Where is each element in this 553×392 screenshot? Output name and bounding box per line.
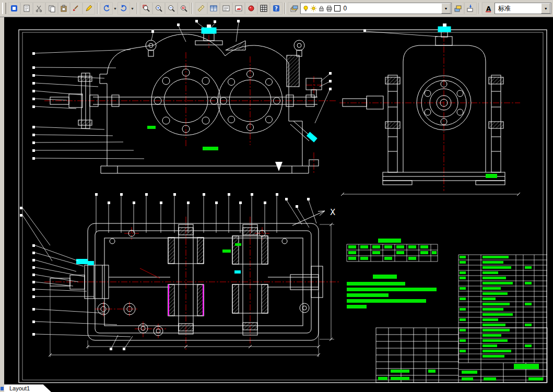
brush-icon[interactable] (70, 2, 83, 15)
table-icon[interactable] (207, 2, 220, 15)
toolbar-separator (137, 3, 138, 14)
cad-application-window: ▼ ▼ ? (0, 0, 553, 392)
tab-layout1[interactable]: Layout1 (4, 385, 30, 391)
drawing-canvas[interactable]: X (0, 17, 553, 392)
layer-combo[interactable]: 0 ▼ (300, 3, 452, 14)
measure-icon[interactable] (195, 2, 207, 15)
pencil-icon[interactable] (83, 2, 95, 15)
lock-icon[interactable] (317, 4, 325, 13)
layer-states-icon[interactable] (464, 2, 477, 15)
side-view-leader-marker (363, 29, 366, 32)
zoom-out-icon[interactable] (165, 2, 178, 15)
layers-icon[interactable] (288, 2, 300, 15)
render-icon[interactable] (245, 2, 257, 15)
bulb-icon[interactable] (302, 4, 310, 13)
image-icon[interactable] (232, 2, 245, 15)
toolbar-separator (479, 3, 480, 14)
style-combo[interactable]: 标准 ▼ (495, 3, 551, 14)
layer-color-chip[interactable] (334, 5, 340, 11)
help-icon[interactable]: ? (270, 2, 283, 15)
open-icon[interactable] (20, 2, 33, 15)
paste-icon[interactable] (58, 2, 70, 15)
side-view-highlights (486, 174, 497, 178)
redo-dropdown-icon[interactable]: ▼ (130, 7, 135, 10)
ucs-corner-icon (1, 387, 4, 390)
copy-icon[interactable] (45, 2, 58, 15)
left-gutter (0, 17, 4, 392)
printer-icon[interactable] (325, 4, 333, 13)
layer-name[interactable]: 0 (342, 5, 441, 12)
style-name[interactable]: 标准 (496, 4, 541, 13)
svg-text:?: ? (275, 6, 278, 11)
dropdown-arrow-icon[interactable]: ▼ (441, 3, 451, 14)
toolbar-separator (192, 3, 193, 14)
layer-color-icon[interactable] (452, 2, 464, 15)
undo-dropdown-icon[interactable]: ▼ (113, 7, 117, 10)
zoom-realtime-icon[interactable] (152, 2, 165, 15)
toolbar-separator (97, 3, 98, 14)
redo-icon[interactable] (117, 2, 130, 15)
zoom-window-icon[interactable] (140, 2, 152, 15)
toolbar-separator (285, 3, 286, 14)
sun-icon[interactable] (310, 4, 317, 13)
app-icon[interactable] (8, 2, 20, 15)
text-style-icon[interactable]: A (482, 2, 495, 15)
toolbar: ▼ ▼ ? (0, 0, 553, 17)
toolbar-grip[interactable] (2, 3, 6, 14)
zoom-extents-icon[interactable] (178, 2, 190, 15)
section-x-label: X (330, 208, 335, 217)
cut-icon[interactable] (33, 2, 45, 15)
grid-icon[interactable] (257, 2, 270, 15)
undo-icon[interactable] (100, 2, 113, 15)
list-icon[interactable] (220, 2, 232, 15)
dropdown-arrow-icon[interactable]: ▼ (541, 3, 550, 14)
